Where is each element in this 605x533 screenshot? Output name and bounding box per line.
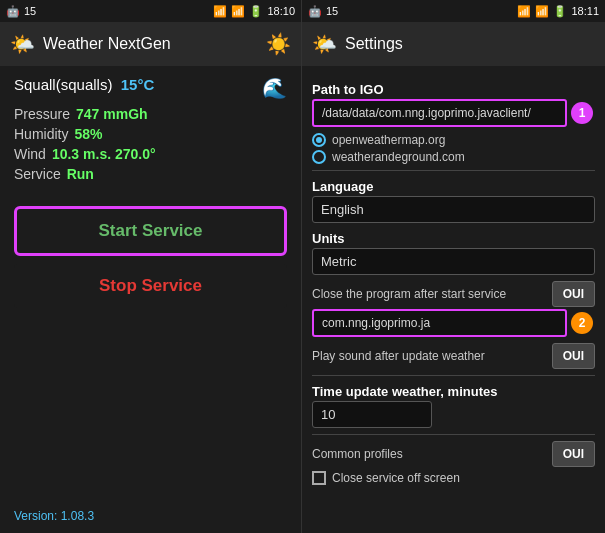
common-profiles-label: Common profiles — [312, 447, 552, 461]
service-label: Service — [14, 166, 61, 182]
start-service-button[interactable]: Start Service — [14, 206, 287, 256]
notification-count: 15 — [24, 5, 36, 17]
weather-condition: Squall(squalls) — [14, 76, 112, 93]
weather-icon: 🌊 — [262, 76, 287, 100]
service-row: Service Run — [14, 166, 287, 182]
wifi-icon: 📶 — [213, 5, 227, 18]
badge-1: 1 — [571, 102, 593, 124]
settings-content: Path to IGO 1 openweathermap.org weather… — [302, 66, 605, 533]
status-bar-left: 🤖 15 — [6, 5, 36, 18]
right-wifi-icon: 📶 — [517, 5, 531, 18]
android-icon: 🤖 — [6, 5, 20, 18]
signal-icon: 📶 — [231, 5, 245, 18]
package-input[interactable] — [312, 309, 567, 337]
radio-label-2: weatherandeground.com — [332, 150, 465, 164]
units-input[interactable] — [312, 248, 595, 275]
close-program-label: Close the program after start service — [312, 287, 552, 301]
humidity-label: Humidity — [14, 126, 68, 142]
path-row: 1 — [312, 99, 595, 127]
path-input[interactable] — [312, 99, 567, 127]
left-app-bar: 🌤️ Weather NextGen ☀️ — [0, 22, 301, 66]
weather-condition-row: Squall(squalls) 15°C 🌊 — [14, 76, 287, 100]
divider-1 — [312, 170, 595, 171]
weather-temperature: 15°C — [121, 76, 155, 93]
close-service-row[interactable]: Close service off screen — [312, 471, 595, 485]
close-service-label: Close service off screen — [332, 471, 460, 485]
right-battery-icon: 🔋 — [553, 5, 567, 18]
version-text: Version: 1.08.3 — [14, 499, 287, 523]
language-input[interactable] — [312, 196, 595, 223]
pkg-input-row: 2 — [312, 309, 595, 337]
stop-service-button[interactable]: Stop Service — [14, 264, 287, 308]
oui-button-2[interactable]: OUI — [552, 343, 595, 369]
pressure-value: 747 mmGh — [76, 106, 148, 122]
right-status-bar: 🤖 15 📶 📶 🔋 18:11 — [302, 0, 605, 22]
radio-dot-1 — [312, 133, 326, 147]
right-signal-icon: 📶 — [535, 5, 549, 18]
units-label: Units — [312, 231, 595, 246]
oui-button-1[interactable]: OUI — [552, 281, 595, 307]
right-status-bar-right: 📶 📶 🔋 18:11 — [517, 5, 599, 18]
settings-app-icon: 🌤️ — [312, 32, 337, 56]
close-program-row: Close the program after start service OU… — [312, 281, 595, 307]
pressure-row: Pressure 747 mmGh — [14, 106, 287, 122]
play-sound-label: Play sound after update weather — [312, 349, 552, 363]
sun-icon: ☀️ — [266, 32, 291, 56]
path-label: Path to IGO — [312, 82, 595, 97]
play-sound-row: Play sound after update weather OUI — [312, 343, 595, 369]
humidity-row: Humidity 58% — [14, 126, 287, 142]
service-value: Run — [67, 166, 94, 182]
divider-2 — [312, 375, 595, 376]
radio-label-1: openweathermap.org — [332, 133, 445, 147]
humidity-value: 58% — [74, 126, 102, 142]
time-update-input[interactable] — [312, 401, 432, 428]
divider-3 — [312, 434, 595, 435]
time-display: 18:10 — [267, 5, 295, 17]
pressure-label: Pressure — [14, 106, 70, 122]
settings-app-bar: 🌤️ Settings — [302, 22, 605, 66]
right-time-display: 18:11 — [571, 5, 599, 17]
language-label: Language — [312, 179, 595, 194]
common-profiles-row: Common profiles OUI — [312, 441, 595, 467]
radio-weatherandeground[interactable]: weatherandeground.com — [312, 150, 595, 164]
right-notification-count: 15 — [326, 5, 338, 17]
radio-group: openweathermap.org weatherandeground.com — [312, 133, 595, 164]
wind-value: 10.3 m.s. 270.0° — [52, 146, 156, 162]
left-status-bar: 🤖 15 📶 📶 🔋 18:10 — [0, 0, 301, 22]
time-update-label: Time update weather, minutes — [312, 384, 595, 399]
left-content: Squall(squalls) 15°C 🌊 Pressure 747 mmGh… — [0, 66, 301, 533]
status-bar-right: 📶 📶 🔋 18:10 — [213, 5, 295, 18]
left-panel: 🤖 15 📶 📶 🔋 18:10 🌤️ Weather NextGen ☀️ S… — [0, 0, 302, 533]
weather-app-icon: 🌤️ — [10, 32, 35, 56]
badge-2: 2 — [571, 312, 593, 334]
right-status-bar-left: 🤖 15 — [308, 5, 338, 18]
radio-openweather[interactable]: openweathermap.org — [312, 133, 595, 147]
oui-button-3[interactable]: OUI — [552, 441, 595, 467]
wind-row: Wind 10.3 m.s. 270.0° — [14, 146, 287, 162]
radio-dot-2 — [312, 150, 326, 164]
wind-label: Wind — [14, 146, 46, 162]
right-panel: 🤖 15 📶 📶 🔋 18:11 🌤️ Settings Path to IGO… — [302, 0, 605, 533]
close-service-checkbox[interactable] — [312, 471, 326, 485]
settings-title: Settings — [345, 35, 403, 53]
battery-icon: 🔋 — [249, 5, 263, 18]
right-android-icon: 🤖 — [308, 5, 322, 18]
app-title: Weather NextGen — [43, 35, 171, 53]
